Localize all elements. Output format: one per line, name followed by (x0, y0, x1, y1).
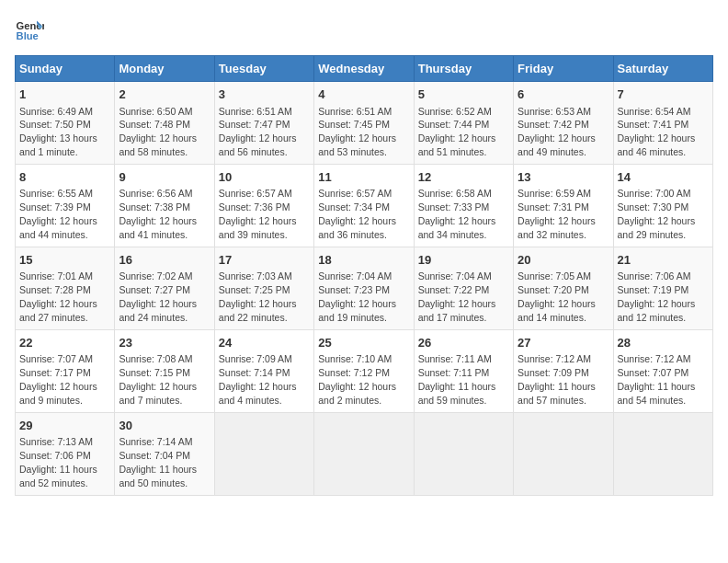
day-info: Sunrise: 6:59 AM Sunset: 7:31 PM Dayligh… (518, 188, 596, 240)
day-of-week-header: Tuesday (214, 56, 313, 82)
day-info: Sunrise: 7:00 AM Sunset: 7:30 PM Dayligh… (618, 188, 696, 240)
day-number: 29 (19, 418, 110, 434)
calendar-day-cell: 5Sunrise: 6:52 AM Sunset: 7:44 PM Daylig… (414, 82, 513, 165)
day-info: Sunrise: 7:04 AM Sunset: 7:23 PM Dayligh… (318, 270, 396, 323)
day-number: 15 (19, 252, 110, 269)
calendar-day-cell: 30Sunrise: 7:14 AM Sunset: 7:04 PM Dayli… (115, 412, 214, 495)
day-info: Sunrise: 6:51 AM Sunset: 7:45 PM Dayligh… (318, 106, 396, 158)
day-info: Sunrise: 7:09 AM Sunset: 7:14 PM Dayligh… (219, 353, 297, 406)
calendar-day-cell: 2Sunrise: 6:50 AM Sunset: 7:48 PM Daylig… (115, 82, 214, 165)
day-info: Sunrise: 6:57 AM Sunset: 7:36 PM Dayligh… (219, 188, 297, 240)
day-number: 24 (219, 335, 310, 351)
calendar-day-cell: 17Sunrise: 7:03 AM Sunset: 7:25 PM Dayli… (214, 247, 313, 329)
day-of-week-header: Friday (514, 56, 613, 82)
day-info: Sunrise: 6:52 AM Sunset: 7:44 PM Dayligh… (418, 106, 496, 158)
day-info: Sunrise: 7:03 AM Sunset: 7:25 PM Dayligh… (219, 270, 297, 323)
day-number: 3 (219, 86, 310, 103)
calendar-week-row: 15Sunrise: 7:01 AM Sunset: 7:28 PM Dayli… (16, 247, 713, 329)
day-number: 19 (418, 252, 509, 269)
day-info: Sunrise: 7:12 AM Sunset: 7:09 PM Dayligh… (518, 353, 596, 406)
calendar-day-cell: 22Sunrise: 7:07 AM Sunset: 7:17 PM Dayli… (16, 329, 115, 412)
calendar-day-cell: 24Sunrise: 7:09 AM Sunset: 7:14 PM Dayli… (214, 329, 313, 412)
calendar-day-cell: 20Sunrise: 7:05 AM Sunset: 7:20 PM Dayli… (514, 247, 613, 329)
day-number: 17 (219, 252, 310, 269)
calendar-day-cell: 23Sunrise: 7:08 AM Sunset: 7:15 PM Dayli… (115, 329, 214, 412)
day-info: Sunrise: 7:04 AM Sunset: 7:22 PM Dayligh… (418, 270, 496, 323)
day-info: Sunrise: 7:05 AM Sunset: 7:20 PM Dayligh… (518, 270, 596, 323)
calendar-day-cell: 3Sunrise: 6:51 AM Sunset: 7:47 PM Daylig… (214, 82, 313, 165)
day-info: Sunrise: 7:02 AM Sunset: 7:27 PM Dayligh… (119, 270, 197, 323)
day-number: 25 (318, 335, 409, 351)
calendar-week-row: 22Sunrise: 7:07 AM Sunset: 7:17 PM Dayli… (16, 329, 713, 412)
calendar-day-cell: 13Sunrise: 6:59 AM Sunset: 7:31 PM Dayli… (514, 164, 613, 247)
calendar-week-row: 1Sunrise: 6:49 AM Sunset: 7:50 PM Daylig… (16, 82, 713, 165)
day-number: 6 (518, 86, 609, 103)
day-info: Sunrise: 7:08 AM Sunset: 7:15 PM Dayligh… (119, 353, 197, 406)
calendar-day-cell (314, 412, 414, 495)
logo-icon: General Blue (15, 15, 44, 44)
day-info: Sunrise: 7:07 AM Sunset: 7:17 PM Dayligh… (19, 353, 97, 406)
calendar-table: SundayMondayTuesdayWednesdayThursdayFrid… (15, 55, 713, 496)
day-number: 22 (19, 335, 110, 351)
day-info: Sunrise: 6:54 AM Sunset: 7:41 PM Dayligh… (618, 106, 696, 158)
calendar-day-cell: 1Sunrise: 6:49 AM Sunset: 7:50 PM Daylig… (16, 82, 115, 165)
day-info: Sunrise: 6:56 AM Sunset: 7:38 PM Dayligh… (119, 188, 197, 240)
page-container: General Blue SundayMondayTuesdayWednesda… (15, 15, 713, 496)
calendar-day-cell: 29Sunrise: 7:13 AM Sunset: 7:06 PM Dayli… (16, 412, 115, 495)
calendar-day-cell (613, 412, 712, 495)
calendar-day-cell (514, 412, 613, 495)
calendar-day-cell: 10Sunrise: 6:57 AM Sunset: 7:36 PM Dayli… (214, 164, 313, 247)
calendar-day-cell: 14Sunrise: 7:00 AM Sunset: 7:30 PM Dayli… (613, 164, 712, 247)
day-number: 18 (318, 252, 409, 269)
day-number: 11 (318, 169, 409, 186)
calendar-day-cell: 16Sunrise: 7:02 AM Sunset: 7:27 PM Dayli… (115, 247, 214, 329)
calendar-day-cell: 4Sunrise: 6:51 AM Sunset: 7:45 PM Daylig… (314, 82, 414, 165)
day-of-week-header: Wednesday (314, 56, 414, 82)
calendar-day-cell: 9Sunrise: 6:56 AM Sunset: 7:38 PM Daylig… (115, 164, 214, 247)
calendar-day-cell: 6Sunrise: 6:53 AM Sunset: 7:42 PM Daylig… (514, 82, 613, 165)
calendar-day-cell: 11Sunrise: 6:57 AM Sunset: 7:34 PM Dayli… (314, 164, 414, 247)
day-info: Sunrise: 6:58 AM Sunset: 7:33 PM Dayligh… (418, 188, 496, 240)
calendar-week-row: 29Sunrise: 7:13 AM Sunset: 7:06 PM Dayli… (16, 412, 713, 495)
day-number: 2 (119, 86, 210, 103)
day-number: 7 (618, 86, 709, 103)
day-info: Sunrise: 7:10 AM Sunset: 7:12 PM Dayligh… (318, 353, 396, 406)
logo: General Blue (15, 15, 48, 44)
day-number: 12 (418, 169, 509, 186)
day-number: 21 (618, 252, 709, 269)
calendar-day-cell (214, 412, 313, 495)
day-number: 9 (119, 169, 210, 186)
day-info: Sunrise: 7:13 AM Sunset: 7:06 PM Dayligh… (19, 436, 97, 488)
day-number: 8 (19, 169, 110, 186)
day-info: Sunrise: 7:11 AM Sunset: 7:11 PM Dayligh… (418, 353, 496, 406)
day-info: Sunrise: 6:51 AM Sunset: 7:47 PM Dayligh… (219, 106, 297, 158)
day-number: 4 (318, 86, 409, 103)
calendar-day-cell: 27Sunrise: 7:12 AM Sunset: 7:09 PM Dayli… (514, 329, 613, 412)
svg-text:Blue: Blue (17, 30, 39, 41)
calendar-day-cell: 19Sunrise: 7:04 AM Sunset: 7:22 PM Dayli… (414, 247, 513, 329)
day-info: Sunrise: 6:49 AM Sunset: 7:50 PM Dayligh… (19, 106, 97, 158)
calendar-day-cell: 15Sunrise: 7:01 AM Sunset: 7:28 PM Dayli… (16, 247, 115, 329)
day-of-week-header: Sunday (16, 56, 115, 82)
day-info: Sunrise: 7:14 AM Sunset: 7:04 PM Dayligh… (119, 436, 197, 488)
day-number: 27 (518, 335, 609, 351)
day-number: 23 (119, 335, 210, 351)
day-number: 26 (418, 335, 509, 351)
day-of-week-header: Thursday (414, 56, 513, 82)
calendar-day-cell: 26Sunrise: 7:11 AM Sunset: 7:11 PM Dayli… (414, 329, 513, 412)
calendar-day-cell: 12Sunrise: 6:58 AM Sunset: 7:33 PM Dayli… (414, 164, 513, 247)
calendar-week-row: 8Sunrise: 6:55 AM Sunset: 7:39 PM Daylig… (16, 164, 713, 247)
day-info: Sunrise: 7:06 AM Sunset: 7:19 PM Dayligh… (618, 270, 696, 323)
day-number: 5 (418, 86, 509, 103)
day-info: Sunrise: 6:55 AM Sunset: 7:39 PM Dayligh… (19, 188, 97, 240)
day-number: 20 (518, 252, 609, 269)
day-number: 30 (119, 418, 210, 434)
day-info: Sunrise: 6:57 AM Sunset: 7:34 PM Dayligh… (318, 188, 396, 240)
day-info: Sunrise: 6:50 AM Sunset: 7:48 PM Dayligh… (119, 106, 197, 158)
day-number: 10 (219, 169, 310, 186)
day-number: 1 (19, 86, 110, 103)
day-number: 28 (618, 335, 709, 351)
day-number: 13 (518, 169, 609, 186)
calendar-day-cell: 18Sunrise: 7:04 AM Sunset: 7:23 PM Dayli… (314, 247, 414, 329)
day-info: Sunrise: 6:53 AM Sunset: 7:42 PM Dayligh… (518, 106, 596, 158)
